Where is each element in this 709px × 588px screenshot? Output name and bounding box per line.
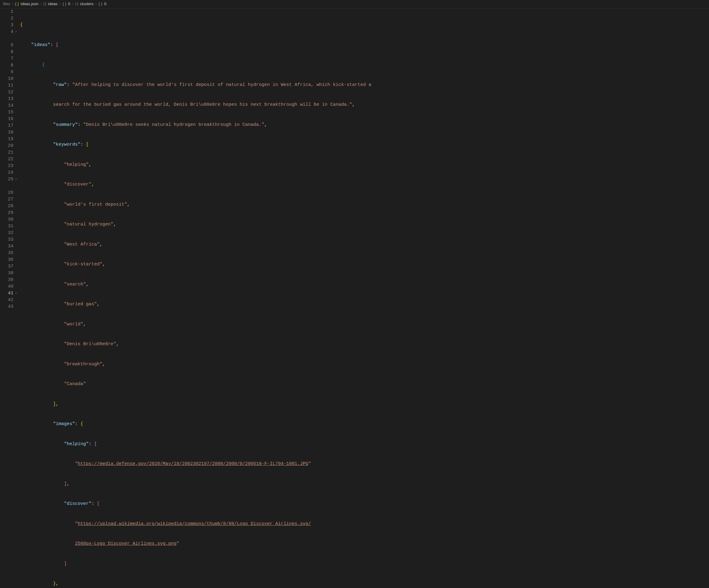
breadcrumb-segment[interactable]: ideas <box>48 1 58 7</box>
code-line[interactable]: "West Africa", <box>20 241 709 248</box>
code-line[interactable]: "raw": "After helping to discover the wo… <box>20 82 709 88</box>
line-number[interactable]: 38 <box>2 270 14 277</box>
line-number[interactable]: 39 <box>2 277 14 283</box>
line-number[interactable]: 8 <box>2 62 14 69</box>
line-number[interactable]: 22 <box>2 156 14 163</box>
code-line[interactable]: "helping", <box>20 161 709 168</box>
line-number[interactable]: 25 <box>2 176 14 183</box>
array-icon: [ ] <box>75 2 78 6</box>
breadcrumb-file[interactable]: ideas.json <box>21 1 39 7</box>
line-number[interactable]: 15 <box>2 109 14 116</box>
code-content[interactable]: { "ideas": [ { "raw": "After helping to … <box>19 8 709 588</box>
line-number[interactable]: 12 <box>2 89 14 96</box>
line-number-wrap <box>2 183 14 189</box>
code-line[interactable]: 2560px-Logo_Discover_Airlines.svg.png" <box>20 540 709 547</box>
line-number[interactable]: 34 <box>2 243 14 250</box>
line-number[interactable]: 30 <box>2 216 14 223</box>
code-line[interactable]: "breakthrough", <box>20 361 709 368</box>
line-number[interactable]: 42 <box>2 297 14 303</box>
chevron-right-icon: › <box>40 1 42 7</box>
line-number[interactable]: 7 <box>2 55 14 62</box>
line-number[interactable]: 1 <box>2 8 14 15</box>
line-number[interactable]: 33 <box>2 236 14 243</box>
code-line[interactable]: { <box>20 22 709 28</box>
line-number[interactable]: 14 <box>2 102 14 109</box>
code-line[interactable]: "ideas": [ <box>20 42 709 49</box>
line-number[interactable]: 2 <box>2 15 14 22</box>
breadcrumb-segment[interactable]: 0 <box>104 1 106 7</box>
error-marker-icon <box>16 30 17 33</box>
chevron-right-icon: › <box>59 1 61 7</box>
line-number[interactable]: 24 <box>2 169 14 176</box>
line-number[interactable]: 28 <box>2 203 14 210</box>
code-line[interactable]: "discover": [ <box>20 501 709 507</box>
line-number[interactable]: 40 <box>2 283 14 290</box>
code-line[interactable]: "discover", <box>20 181 709 188</box>
code-line[interactable]: "natural hydrogen", <box>20 221 709 228</box>
line-number[interactable]: 17 <box>2 123 14 129</box>
error-marker-icon <box>16 178 17 180</box>
code-line[interactable]: "buried gas", <box>20 301 709 308</box>
line-number[interactable]: 4 <box>2 29 14 35</box>
code-line[interactable]: "images": { <box>20 421 709 427</box>
code-editor[interactable]: 1 2 3 4 5 6 7 8 9 10 11 12 13 14 15 16 1… <box>0 8 709 588</box>
code-line[interactable]: "search", <box>20 281 709 288</box>
code-line[interactable]: "helping": [ <box>20 441 709 448</box>
code-line[interactable]: "https://media.defense.gov/2020/May/18/2… <box>20 461 709 467</box>
code-line[interactable]: }, <box>20 580 709 587</box>
line-number[interactable]: 16 <box>2 116 14 123</box>
code-line[interactable]: "world", <box>20 321 709 328</box>
chevron-right-icon: › <box>12 1 13 7</box>
line-number-gutter: 1 2 3 4 5 6 7 8 9 10 11 12 13 14 15 16 1… <box>0 8 19 588</box>
object-icon: { } <box>99 1 102 7</box>
line-number[interactable]: 27 <box>2 196 14 203</box>
line-number[interactable]: 19 <box>2 136 14 142</box>
code-line[interactable]: "kick-started", <box>20 261 709 268</box>
line-number[interactable]: 35 <box>2 250 14 257</box>
code-line[interactable]: search for the buried gas around the wor… <box>20 102 709 108</box>
line-number[interactable]: 13 <box>2 96 14 102</box>
object-icon: { } <box>62 1 66 7</box>
chevron-right-icon: › <box>96 1 97 7</box>
line-number[interactable]: 26 <box>2 189 14 196</box>
error-marker-icon <box>16 292 17 294</box>
code-line[interactable]: ] <box>20 561 709 567</box>
line-number[interactable]: 37 <box>2 263 14 270</box>
line-number[interactable]: 23 <box>2 163 14 169</box>
code-line[interactable]: "Canada" <box>20 381 709 387</box>
code-line[interactable]: "Denis Bri\u00e8re", <box>20 341 709 348</box>
chevron-right-icon: › <box>72 1 74 7</box>
breadcrumb-folder[interactable]: files <box>3 1 10 7</box>
line-number[interactable]: 43 <box>2 303 14 310</box>
line-number[interactable]: 21 <box>2 149 14 156</box>
array-icon: [ ] <box>44 2 46 6</box>
line-number[interactable]: 5 <box>2 42 14 49</box>
line-number[interactable]: 9 <box>2 69 14 76</box>
line-number-wrap <box>2 35 14 42</box>
line-number[interactable]: 10 <box>2 76 14 82</box>
line-number[interactable]: 31 <box>2 223 14 230</box>
code-line[interactable]: ], <box>20 481 709 487</box>
line-number[interactable]: 41 <box>2 290 14 297</box>
breadcrumb-segment[interactable]: 0 <box>68 1 71 7</box>
breadcrumb-segment[interactable]: clusters <box>80 1 94 7</box>
breadcrumb[interactable]: files › { } ideas.json › [ ] ideas › { }… <box>0 0 709 8</box>
code-line[interactable]: "summary": "Denis Bri\u00e8re seeks natu… <box>20 122 709 128</box>
line-number[interactable]: 11 <box>2 82 14 89</box>
code-line[interactable]: { <box>20 61 709 68</box>
line-number[interactable]: 36 <box>2 257 14 263</box>
line-number[interactable]: 6 <box>2 49 14 55</box>
code-line[interactable]: ], <box>20 401 709 408</box>
line-number[interactable]: 18 <box>2 129 14 136</box>
line-number[interactable]: 32 <box>2 230 14 236</box>
code-line[interactable]: "keywords": [ <box>20 141 709 148</box>
json-file-icon: { } <box>15 1 19 7</box>
line-number[interactable]: 29 <box>2 210 14 216</box>
line-number[interactable]: 3 <box>2 22 14 29</box>
code-line[interactable]: "world's first deposit", <box>20 202 709 208</box>
code-line[interactable]: "https://upload.wikimedia.org/wikipedia/… <box>20 521 709 527</box>
line-number[interactable]: 20 <box>2 142 14 149</box>
